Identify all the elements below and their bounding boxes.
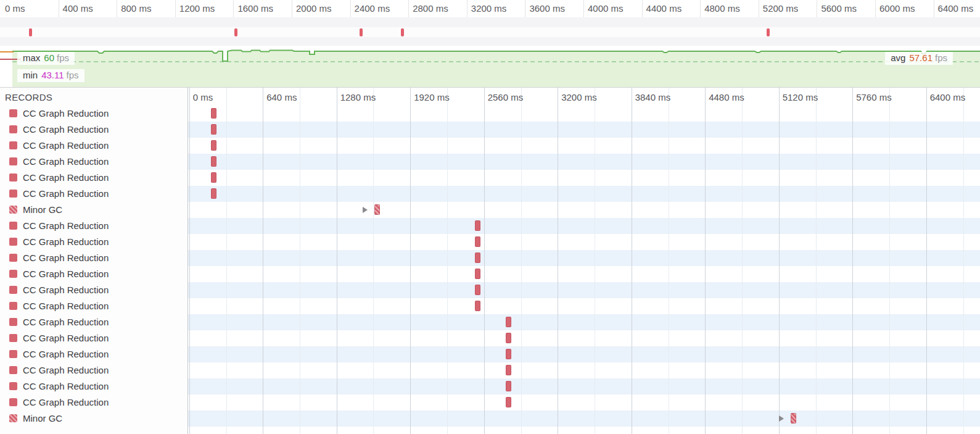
cc-graph-reduction-marker[interactable] [506, 333, 511, 343]
overview-track-band [0, 37, 980, 46]
cc-graph-reduction-marker[interactable] [211, 140, 216, 151]
waterfall-time-label: 5120 ms [783, 92, 818, 102]
record-row-label: CC Graph Reduction [23, 106, 109, 122]
record-row[interactable]: CC Graph Reduction [0, 282, 980, 298]
record-row-label: Minor GC [23, 202, 62, 218]
cc-graph-reduction-icon [9, 190, 17, 198]
overview-ruler-tick-label: 3200 ms [471, 3, 507, 14]
cc-graph-reduction-marker[interactable] [211, 188, 216, 199]
overview-ruler-tick-label: 1200 ms [179, 3, 215, 14]
expand-arrow-icon[interactable] [363, 207, 368, 213]
record-row[interactable]: CC Graph Reduction [0, 218, 980, 234]
cc-graph-reduction-marker[interactable] [506, 397, 511, 407]
cc-graph-reduction-marker[interactable] [211, 124, 216, 135]
waterfall-row-stripe [188, 427, 980, 434]
fps-avg-key: avg [891, 52, 905, 63]
performance-panel: 0 ms400 ms800 ms1200 ms1600 ms2000 ms240… [0, 0, 980, 434]
record-row[interactable]: CC Graph Reduction [0, 346, 980, 362]
cc-graph-reduction-icon [9, 350, 17, 358]
overview-gc-marker[interactable] [360, 28, 363, 36]
record-row[interactable]: CC Graph Reduction [0, 234, 980, 250]
expand-arrow-icon[interactable] [779, 415, 784, 422]
record-row-label: CC Graph Reduction [23, 122, 109, 138]
overview-gc-marker[interactable] [401, 28, 404, 36]
record-row-label: CC Graph Reduction [23, 314, 109, 330]
cc-graph-reduction-icon [9, 270, 17, 278]
cc-graph-reduction-marker[interactable] [475, 285, 480, 295]
overview-ruler-tick-label: 6400 ms [938, 3, 974, 14]
fps-line-chart [0, 46, 980, 87]
record-row[interactable]: Minor GC [0, 202, 980, 218]
record-row[interactable]: CC Graph Reduction [0, 266, 980, 282]
record-row[interactable]: CC Graph Reduction [0, 122, 980, 138]
record-row[interactable]: CC Graph Reduction [0, 186, 980, 202]
cc-graph-reduction-marker[interactable] [475, 252, 480, 263]
record-row[interactable]: CC Graph Reduction [0, 298, 980, 314]
record-row-label: CC Graph Reduction [23, 154, 109, 170]
cc-graph-reduction-marker[interactable] [475, 236, 480, 247]
fps-avg-label: avg57.61fps [885, 52, 953, 65]
memory-track-edge-mark [0, 51, 14, 52]
waterfall-time-label: 3200 ms [561, 92, 597, 102]
record-row[interactable]: CC Graph Reduction [0, 378, 980, 394]
cc-graph-reduction-icon [9, 222, 17, 230]
cc-graph-reduction-icon [9, 366, 17, 374]
record-row-label: CC Graph Reduction [23, 266, 109, 282]
overview-ruler-tick-label: 5200 ms [763, 3, 799, 14]
record-row-label: CC Graph Reduction [23, 394, 109, 411]
overview-ruler-tick-label: 3600 ms [529, 3, 565, 14]
overview-gc-marker[interactable] [234, 28, 237, 36]
minor-gc-marker[interactable] [374, 204, 380, 215]
records-panel: RECORDS 0 ms640 ms1280 ms1920 ms2560 ms3… [0, 87, 980, 434]
record-row[interactable]: CC Graph Reduction [0, 250, 980, 266]
cc-graph-reduction-marker[interactable] [506, 317, 511, 327]
overview-ruler-tick-label: 2800 ms [413, 3, 448, 14]
fps-min-key: min [23, 70, 38, 80]
cc-graph-reduction-marker[interactable] [506, 365, 511, 375]
cc-graph-reduction-icon [9, 254, 17, 262]
overview-gc-marker[interactable] [29, 28, 32, 36]
overview-ruler-tick-label: 1600 ms [237, 3, 273, 14]
record-row[interactable]: CC Graph Reduction [0, 106, 980, 122]
timeline-overview[interactable]: 0 ms400 ms800 ms1200 ms1600 ms2000 ms240… [0, 0, 980, 87]
cc-graph-reduction-marker[interactable] [506, 381, 511, 391]
record-row-label: CC Graph Reduction [23, 138, 109, 154]
record-row[interactable]: CC Graph Reduction [0, 138, 980, 154]
record-row-label: CC Graph Reduction [23, 186, 109, 202]
overview-ruler-tick-label: 2000 ms [296, 3, 332, 14]
record-row[interactable]: CC Graph Reduction [0, 394, 980, 411]
fps-avg-value: 57.61 [909, 52, 933, 63]
cc-graph-reduction-marker[interactable] [475, 269, 480, 279]
fps-graph[interactable]: max60fps min43.11fps avg57.61fps [0, 46, 980, 87]
record-row-label: CC Graph Reduction [23, 378, 109, 394]
record-row[interactable]: CC Graph Reduction [0, 362, 980, 378]
minor-gc-icon [9, 206, 17, 214]
record-row-label: CC Graph Reduction [23, 330, 109, 346]
overview-ruler-tick-label: 4800 ms [704, 3, 740, 14]
cc-graph-reduction-marker[interactable] [506, 349, 511, 359]
record-row-label: CC Graph Reduction [23, 298, 109, 314]
cc-graph-reduction-marker[interactable] [211, 156, 216, 167]
fps-min-value: 43.11 [41, 70, 64, 80]
cc-graph-reduction-marker[interactable] [211, 172, 216, 183]
minor-gc-icon [9, 414, 17, 422]
record-row-label: CC Graph Reduction [23, 362, 109, 378]
record-row[interactable]: CC Graph Reduction [0, 170, 980, 186]
minor-gc-marker[interactable] [791, 413, 796, 424]
records-title: RECORDS [5, 92, 52, 102]
record-row[interactable]: CC Graph Reduction [0, 314, 980, 330]
record-row[interactable]: CC Graph Reduction [0, 330, 980, 346]
cc-graph-reduction-marker[interactable] [475, 301, 480, 311]
waterfall-time-label: 1920 ms [414, 92, 450, 102]
overview-ruler-tick-label: 0 ms [5, 3, 25, 14]
cc-graph-reduction-marker[interactable] [211, 108, 216, 119]
overview-gc-marker[interactable] [767, 28, 770, 36]
waterfall-time-label: 3840 ms [635, 92, 671, 102]
fps-max-value: 60 [44, 52, 54, 63]
record-row-label: CC Graph Reduction [23, 170, 109, 186]
record-row[interactable]: Minor GC [0, 411, 980, 427]
fps-max-key: max [23, 52, 40, 63]
record-row[interactable]: CC Graph Reduction [0, 154, 980, 170]
waterfall-time-label: 1280 ms [340, 92, 376, 102]
cc-graph-reduction-marker[interactable] [475, 220, 480, 231]
